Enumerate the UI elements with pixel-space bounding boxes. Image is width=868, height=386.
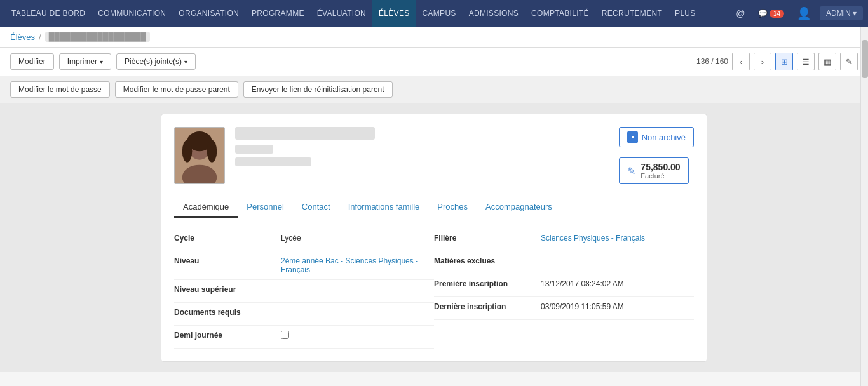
navbar-right: @ 💬 14 👤 ADMIN ▾ [732, 4, 863, 23]
tabs: Académique Personnel Contact Information… [174, 197, 694, 218]
modifier-mot-de-passe-button[interactable]: Modifier le mot de passe [10, 81, 110, 98]
billing-label: Facturé [641, 172, 680, 180]
nav-organisation[interactable]: ORGANISATION [172, 0, 245, 27]
premiere-inscription-value: 13/12/2017 08:24:02 AM [536, 274, 694, 293]
niveau-link[interactable]: 2ème année Bac - Sciences Physiques - Fr… [281, 256, 418, 274]
detail-filiere: Filière Sciences Physiques - Français [434, 229, 694, 251]
envoyer-lien-reinitialisation-button[interactable]: Envoyer le lien de réinitialisation pare… [243, 81, 393, 98]
tab-contact[interactable]: Contact [293, 197, 339, 218]
toolbar: Modifier Imprimer ▾ Pièce(s) jointe(s) ▾… [0, 48, 868, 76]
breadcrumb-parent[interactable]: Élèves [10, 32, 35, 42]
messages-badge: 14 [770, 10, 784, 18]
tab-informations-famille[interactable]: Informations famille [339, 197, 429, 218]
student-card: ▪ Non archivé ✎ 75,850.00 Facturé Académ… [161, 114, 707, 362]
documents-requis-label: Documents requis [174, 303, 276, 322]
svg-point-4 [182, 140, 193, 163]
scrollbar[interactable] [860, 27, 868, 372]
toolbar-right: 136 / 160 ‹ › ⊞ ☰ ▦ ✎ [696, 53, 858, 70]
student-name [235, 127, 375, 140]
view-chart-button[interactable]: ▦ [818, 53, 836, 70]
nav-tableau-de-bord[interactable]: TABLEAU DE BORD [5, 0, 92, 27]
imprimer-button[interactable]: Imprimer ▾ [59, 53, 111, 70]
pieces-dropdown-icon: ▾ [184, 58, 187, 65]
archive-badge[interactable]: ▪ Non archivé [619, 127, 694, 147]
nav-admissions[interactable]: ADMISSIONS [463, 0, 525, 27]
avatar [174, 127, 225, 184]
matieres-exclues-value [536, 251, 694, 262]
breadcrumb: Élèves / ██████████████████ [0, 27, 868, 48]
modifier-button[interactable]: Modifier [10, 53, 54, 70]
detail-derniere-inscription: Dernière inscription 03/09/2019 11:05:59… [434, 297, 694, 320]
demi-journee-value [276, 326, 434, 346]
pager-prev-button[interactable]: ‹ [732, 53, 750, 70]
niveau-label: Niveau [174, 251, 276, 270]
billing-edit-icon: ✎ [627, 165, 635, 177]
nav-plus[interactable]: PLUS [668, 0, 702, 27]
nav-communication[interactable]: COMMUNICATION [92, 0, 172, 27]
detail-niveau: Niveau 2ème année Bac - Sciences Physiqu… [174, 251, 434, 280]
breadcrumb-separator: / [39, 32, 41, 42]
pieces-jointes-button[interactable]: Pièce(s) jointe(s) ▾ [116, 53, 196, 70]
documents-requis-value [276, 303, 434, 313]
student-phone [235, 157, 311, 166]
cycle-label: Cycle [174, 229, 276, 248]
detail-niveau-superieur: Niveau supérieur [174, 280, 434, 303]
detail-demi-journee: Demi journée [174, 326, 434, 349]
student-id [235, 145, 273, 154]
demi-journee-checkbox[interactable] [281, 331, 289, 339]
messages-icon[interactable]: 💬 14 [754, 6, 788, 20]
detail-premiere-inscription: Première inscription 13/12/2017 08:24:02… [434, 274, 694, 297]
pager-next-button[interactable]: › [754, 53, 771, 70]
cycle-value: Lycée [276, 229, 434, 248]
academic-details: Cycle Lycée Niveau 2ème année Bac - Scie… [174, 229, 694, 349]
billing-badge[interactable]: ✎ 75,850.00 Facturé [619, 157, 688, 184]
derniere-inscription-label: Dernière inscription [434, 297, 536, 316]
premiere-inscription-label: Première inscription [434, 274, 536, 293]
tab-proches[interactable]: Proches [428, 197, 477, 218]
imprimer-dropdown-icon: ▾ [100, 58, 103, 65]
email-icon[interactable]: @ [732, 6, 749, 21]
matieres-exclues-label: Matières exclues [434, 251, 536, 270]
admin-menu[interactable]: ADMIN ▾ [820, 6, 863, 20]
billing-amount: 75,850.00 [641, 162, 680, 172]
filiere-label: Filière [434, 229, 536, 248]
nav-evaluation[interactable]: ÉVALUATION [311, 0, 372, 27]
pager-info: 136 / 160 [696, 57, 728, 66]
niveau-value: 2ème année Bac - Sciences Physiques - Fr… [276, 251, 434, 279]
academic-right: Filière Sciences Physiques - Français Ma… [434, 229, 694, 349]
archive-label: Non archivé [642, 133, 686, 142]
action-bar: Modifier le mot de passe Modifier le mot… [0, 76, 868, 103]
student-header: ▪ Non archivé ✎ 75,850.00 Facturé [174, 127, 694, 184]
derniere-inscription-value: 03/09/2019 11:05:59 AM [536, 297, 694, 316]
view-list-button[interactable]: ☰ [797, 53, 815, 70]
nav-programme[interactable]: PROGRAMME [245, 0, 311, 27]
nav-comptabilite[interactable]: COMPTABILITÉ [525, 0, 595, 27]
view-grid-button[interactable]: ⊞ [775, 53, 793, 70]
student-header-right: ▪ Non archivé ✎ 75,850.00 Facturé [619, 127, 694, 184]
detail-documents-requis: Documents requis [174, 303, 434, 326]
demi-journee-label: Demi journée [174, 326, 276, 345]
main-content: ▪ Non archivé ✎ 75,850.00 Facturé Académ… [0, 103, 868, 372]
detail-matieres-exclues: Matières exclues [434, 251, 694, 274]
modifier-mot-de-passe-parent-button[interactable]: Modifier le mot de passe parent [115, 81, 238, 98]
avatar-icon: 👤 [793, 4, 815, 23]
nav-recrutement[interactable]: RECRUTEMENT [595, 0, 668, 27]
svg-point-5 [207, 140, 217, 163]
navbar: TABLEAU DE BORD COMMUNICATION ORGANISATI… [0, 0, 868, 27]
billing-info: 75,850.00 Facturé [641, 162, 680, 180]
student-info [235, 127, 609, 166]
view-edit-button[interactable]: ✎ [840, 53, 858, 70]
scrollbar-thumb[interactable] [862, 40, 868, 78]
archive-icon: ▪ [627, 131, 637, 143]
nav-campus[interactable]: CAMPUS [416, 0, 463, 27]
niveau-superieur-label: Niveau supérieur [174, 280, 276, 299]
filiere-value: Sciences Physiques - Français [536, 229, 694, 248]
tab-personnel[interactable]: Personnel [238, 197, 293, 218]
breadcrumb-current: ██████████████████ [45, 32, 150, 42]
niveau-superieur-value [276, 280, 434, 290]
tab-academique[interactable]: Académique [174, 197, 238, 218]
nav-eleves[interactable]: ÉLÈVES [372, 0, 416, 27]
tab-accompagnateurs[interactable]: Accompagnateurs [477, 197, 561, 218]
filiere-link[interactable]: Sciences Physiques - Français [541, 234, 645, 243]
detail-cycle: Cycle Lycée [174, 229, 434, 251]
